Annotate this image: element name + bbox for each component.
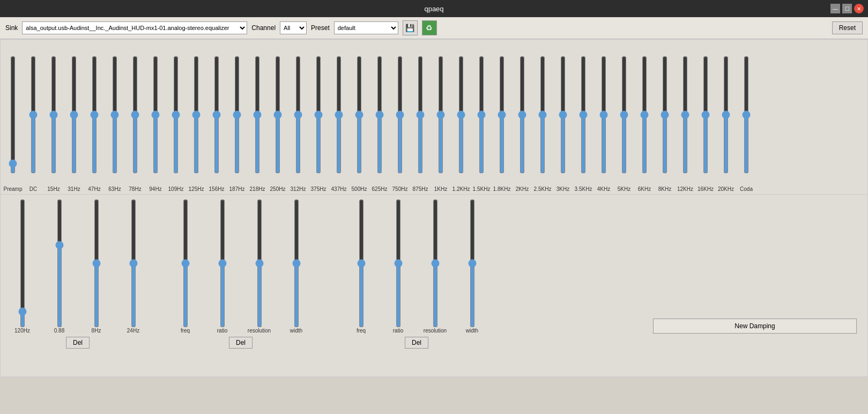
- eq-slider-15Hz[interactable]: [49, 56, 58, 174]
- eq-band-15Hz: 15Hz: [43, 44, 64, 192]
- lower-slider-0.88-1[interactable]: [55, 199, 64, 328]
- eq-slider-5KHz[interactable]: [620, 56, 628, 174]
- lower-slider-freq-0[interactable]: [357, 199, 366, 328]
- lower-slider-ratio-1[interactable]: [394, 199, 403, 328]
- eq-slider-12KHz[interactable]: [681, 56, 689, 174]
- eq-slider-16KHz[interactable]: [701, 56, 710, 174]
- lower-slider-resolution-2[interactable]: [431, 199, 440, 328]
- eq-label-4KHz: 4KHz: [593, 186, 614, 192]
- eq-band-DC: DC: [23, 44, 43, 192]
- del-button-3[interactable]: Del: [405, 337, 428, 349]
- eq-slider-156Hz[interactable]: [212, 56, 221, 174]
- eq-band-625Hz: 625Hz: [369, 44, 390, 192]
- lower-label-0.88-1: 0.88: [54, 328, 64, 334]
- toolbar: Sink alsa_output.usb-Audinst__Inc._Audin…: [0, 17, 868, 39]
- lower-slider-col-lower-group2-sliders-3: width: [279, 199, 314, 334]
- lower-slider-120Hz-0[interactable]: [18, 199, 27, 328]
- eq-label-500Hz: 500Hz: [349, 186, 369, 192]
- eq-label-218Hz: 218Hz: [247, 186, 268, 192]
- lower-slider-width-3[interactable]: [468, 199, 477, 328]
- eq-band-1.2KHz: 1.2KHz: [451, 44, 471, 192]
- eq-band-2.5KHz: 2.5KHz: [532, 44, 553, 192]
- lower-slider-col-lower-group2-sliders-2: resolution: [242, 199, 277, 334]
- eq-label-31Hz: 31Hz: [64, 186, 84, 192]
- sink-select[interactable]: alsa_output.usb-Audinst__Inc._Audinst_HU…: [22, 21, 247, 34]
- eq-slider-4KHz[interactable]: [599, 56, 608, 174]
- maximize-button[interactable]: ☐: [842, 4, 852, 13]
- eq-slider-1.5KHz[interactable]: [477, 56, 486, 174]
- eq-slider-20KHz[interactable]: [722, 56, 730, 174]
- eq-label-750Hz: 750Hz: [390, 186, 410, 192]
- eq-slider-3.5KHz[interactable]: [579, 56, 588, 174]
- eq-label-94Hz: 94Hz: [145, 186, 166, 192]
- eq-band-1.8KHz: 1.8KHz: [492, 44, 512, 192]
- lower-slider-width-3[interactable]: [292, 199, 301, 328]
- eq-slider-94Hz[interactable]: [151, 56, 160, 174]
- eq-slider-125Hz[interactable]: [192, 56, 201, 174]
- eq-slider-47Hz[interactable]: [90, 56, 99, 174]
- lower-slider-ratio-1[interactable]: [218, 199, 227, 328]
- eq-label-312Hz: 312Hz: [288, 186, 308, 192]
- save-button[interactable]: 💾: [403, 20, 418, 35]
- eq-band-78Hz: 78Hz: [125, 44, 145, 192]
- eq-label-437Hz: 437Hz: [329, 186, 349, 192]
- channel-select[interactable]: All: [280, 21, 307, 34]
- new-damping-button[interactable]: New Damping: [653, 319, 857, 334]
- lower-slider-resolution-2[interactable]: [255, 199, 264, 328]
- eq-slider-187Hz[interactable]: [233, 56, 241, 174]
- eq-band-312Hz: 312Hz: [288, 44, 308, 192]
- eq-band-20KHz: 20KHz: [716, 44, 736, 192]
- eq-label-6KHz: 6KHz: [634, 186, 655, 192]
- eq-slider-1.8KHz[interactable]: [498, 56, 506, 174]
- window-title: qpaeq: [424, 5, 443, 13]
- close-button[interactable]: ✕: [854, 4, 864, 13]
- del-button-1[interactable]: Del: [66, 337, 90, 349]
- lower-label-freq-0: freq: [181, 328, 190, 334]
- reset-button[interactable]: Reset: [832, 21, 863, 34]
- eq-band-500Hz: 500Hz: [349, 44, 369, 192]
- eq-slider-6KHz[interactable]: [640, 56, 649, 174]
- eq-label-16KHz: 16KHz: [695, 186, 716, 192]
- eq-label-1.2KHz: 1.2KHz: [451, 186, 471, 192]
- eq-slider-Coda[interactable]: [742, 56, 751, 174]
- minimize-button[interactable]: —: [830, 4, 840, 13]
- eq-slider-63Hz[interactable]: [110, 56, 119, 174]
- eq-band-8KHz: 8KHz: [655, 44, 675, 192]
- lower-slider-col-lower-group1-sliders-0: 120Hz: [5, 199, 40, 334]
- eq-slider-375Hz[interactable]: [314, 56, 323, 174]
- eq-slider-312Hz[interactable]: [294, 56, 302, 174]
- eq-slider-1.2KHz[interactable]: [457, 56, 465, 174]
- eq-label-125Hz: 125Hz: [186, 186, 206, 192]
- eq-slider-750Hz[interactable]: [396, 56, 404, 174]
- eq-slider-2.5KHz[interactable]: [538, 56, 547, 174]
- eq-label-Preamp: Preamp: [3, 186, 23, 192]
- eq-slider-DC[interactable]: [29, 56, 38, 174]
- eq-slider-625Hz[interactable]: [375, 56, 384, 174]
- eq-band-1.5KHz: 1.5KHz: [471, 44, 492, 192]
- eq-slider-78Hz[interactable]: [131, 56, 139, 174]
- eq-slider-31Hz[interactable]: [70, 56, 78, 174]
- refresh-button[interactable]: ♻: [422, 20, 437, 35]
- eq-slider-2KHz[interactable]: [518, 56, 526, 174]
- lower-label-resolution-2: resolution: [424, 328, 447, 334]
- eq-slider-875Hz[interactable]: [416, 56, 425, 174]
- eq-slider-3KHz[interactable]: [559, 56, 567, 174]
- eq-label-1.8KHz: 1.8KHz: [492, 186, 512, 192]
- lower-slider-24Hz-3[interactable]: [129, 199, 138, 328]
- eq-slider-218Hz[interactable]: [253, 56, 262, 174]
- lower-slider-8Hz-2[interactable]: [92, 199, 101, 328]
- preset-select[interactable]: default: [334, 21, 398, 34]
- eq-slider-8KHz[interactable]: [661, 56, 669, 174]
- eq-slider-500Hz[interactable]: [355, 56, 363, 174]
- lower-slider-freq-0[interactable]: [181, 199, 190, 328]
- eq-slider-109Hz[interactable]: [172, 56, 180, 174]
- eq-slider-1KHz[interactable]: [436, 56, 445, 174]
- eq-band-16KHz: 16KHz: [695, 44, 716, 192]
- del-button-2[interactable]: Del: [229, 337, 253, 349]
- channel-label: Channel: [251, 24, 276, 32]
- eq-band-750Hz: 750Hz: [390, 44, 410, 192]
- eq-slider-Preamp[interactable]: [9, 56, 17, 174]
- eq-slider-250Hz[interactable]: [273, 56, 282, 174]
- eq-slider-437Hz[interactable]: [335, 56, 343, 174]
- eq-label-1KHz: 1KHz: [431, 186, 451, 192]
